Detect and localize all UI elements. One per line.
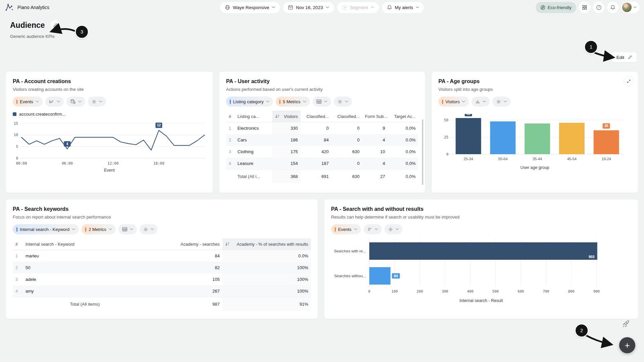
apps-grid-icon xyxy=(582,5,587,10)
pill-label: Events xyxy=(338,227,352,232)
add-widget-button[interactable]: + xyxy=(619,337,635,353)
table-cell: 0.0% xyxy=(388,158,418,170)
table-cell: 2 xyxy=(13,262,23,274)
table-cell: 9 xyxy=(362,122,388,134)
column-header[interactable]: Listing ca... xyxy=(235,111,272,122)
gear-icon xyxy=(496,99,501,104)
page-title: Audience xyxy=(10,21,45,30)
user-menu[interactable] xyxy=(621,2,639,13)
table-cell: 1 xyxy=(13,250,23,262)
svg-text:35: 35 xyxy=(604,124,608,128)
gear-icon xyxy=(92,99,97,104)
svg-text:55-64: 55-64 xyxy=(498,157,507,161)
chart-type-pill[interactable] xyxy=(118,224,137,234)
chevron-down-icon xyxy=(375,228,378,230)
chevron-down-icon xyxy=(345,101,348,103)
column-header[interactable]: Classified... xyxy=(301,111,331,122)
topbar: Piano Analytics Waye Responsive Nov 16, … xyxy=(0,0,644,15)
table-row: 25082100% xyxy=(13,262,311,274)
eco-friendly-badge[interactable]: Eco-friendly xyxy=(536,2,576,13)
svg-text:84: 84 xyxy=(394,274,398,278)
notifications-button[interactable] xyxy=(607,2,619,13)
pill-label: 5 Metrics xyxy=(283,99,301,104)
assistant-rocket-button[interactable] xyxy=(622,319,632,329)
chart-type-pill[interactable] xyxy=(313,97,331,107)
date-picker[interactable]: Nov 16, 2023 xyxy=(283,2,334,13)
gear-icon xyxy=(143,227,148,232)
settings-pill[interactable] xyxy=(384,224,402,234)
accent-bar xyxy=(16,100,17,104)
table-cell: 4 xyxy=(226,158,235,170)
x-axis-title: Internal search - Result xyxy=(331,298,631,303)
annotation-circle-3: 3 xyxy=(76,26,88,38)
edit-title-button[interactable] xyxy=(50,20,60,30)
settings-pill[interactable] xyxy=(88,97,106,107)
column-header[interactable]: Classified... xyxy=(331,111,362,122)
site-selector-label: Waye Responsive xyxy=(233,5,269,10)
dimension-pill-listing-category[interactable]: Listing category xyxy=(226,97,273,107)
avatar xyxy=(622,3,632,12)
data-period-pill[interactable] xyxy=(66,97,85,107)
accent-bar xyxy=(230,100,231,104)
table-cell: 267 xyxy=(147,285,222,297)
segment-selector[interactable]: Segment xyxy=(337,2,379,13)
dimension-pill-events[interactable]: Events xyxy=(13,97,43,107)
search-results-bar-chart: 0100200300400500600700800900Searches wit… xyxy=(331,238,631,297)
gear-icon xyxy=(337,99,342,104)
settings-pill[interactable] xyxy=(140,224,158,234)
data-table: #Listing ca...VisitorsClassified...Class… xyxy=(226,111,418,183)
expand-icon xyxy=(627,79,631,83)
card-age-groups: PA - Age groups Visitors split into age … xyxy=(432,72,638,193)
line-chart-icon xyxy=(49,99,54,104)
column-header-sorted[interactable]: Academy - % of searches with results xyxy=(222,238,311,250)
my-alerts-button[interactable]: My alerts xyxy=(382,2,424,13)
table-cell xyxy=(13,297,23,311)
column-header-sorted[interactable]: Visitors xyxy=(272,111,301,122)
data-table: #Internal search - KeywordAcademy - sear… xyxy=(13,238,311,311)
piano-analytics-logo[interactable] xyxy=(5,3,13,12)
eco-friendly-label: Eco-friendly xyxy=(548,5,572,10)
expand-button[interactable] xyxy=(624,76,634,86)
column-header[interactable]: Form Sub... xyxy=(362,111,388,122)
table-cell: 0.0% xyxy=(388,146,418,158)
column-header[interactable]: # xyxy=(13,238,23,250)
chart-type-pill[interactable] xyxy=(472,97,490,107)
settings-pill[interactable] xyxy=(492,97,511,107)
table-scrollbar[interactable] xyxy=(422,119,423,185)
table-cell: 100% xyxy=(222,274,311,285)
sort-descending-icon xyxy=(225,242,230,246)
metrics-pill[interactable]: 2 Metrics xyxy=(82,224,116,234)
chevron-down-icon xyxy=(109,228,112,230)
bell-icon xyxy=(610,5,615,10)
dimension-pill-events[interactable]: Events xyxy=(331,224,361,234)
legend-swatch xyxy=(13,112,16,116)
site-selector[interactable]: Waye Responsive xyxy=(220,2,280,13)
table-cell: 154 xyxy=(272,158,301,170)
table-cell: 0 xyxy=(331,134,362,146)
metric-pill-visitors[interactable]: Visitors xyxy=(438,97,469,107)
table-row: 3adele105100% xyxy=(13,274,311,285)
chevron-down-icon xyxy=(326,6,329,8)
svg-text:Searches withou...: Searches withou... xyxy=(334,274,366,278)
dimension-pill-internal-search-keyword[interactable]: Internal search - Keyword xyxy=(13,224,79,234)
column-header[interactable]: Internal search - Keyword xyxy=(23,238,147,250)
table-cell: 0 xyxy=(331,122,362,134)
chart-type-pill[interactable] xyxy=(45,97,64,107)
apps-grid-button[interactable] xyxy=(579,2,590,13)
help-button[interactable]: ? xyxy=(593,2,604,13)
question-icon: ? xyxy=(596,5,602,10)
leaf-icon xyxy=(540,5,545,10)
table-cell: 0.0% xyxy=(388,122,418,134)
column-header[interactable]: Target Ac... xyxy=(388,111,418,122)
chart-type-pill[interactable] xyxy=(364,224,382,234)
card-title: PA - Age groups xyxy=(438,78,631,84)
edit-dashboard-button[interactable]: Edit xyxy=(612,52,637,62)
metrics-pill[interactable]: 5 Metrics xyxy=(276,97,310,107)
column-header[interactable]: Academy - searches xyxy=(147,238,222,250)
table-cell: 4 xyxy=(362,134,388,146)
table-row: 3Clothing175420630100.0% xyxy=(226,146,418,158)
column-header[interactable]: # xyxy=(226,111,235,122)
svg-text:903: 903 xyxy=(589,255,595,259)
chevron-down-icon xyxy=(151,228,154,230)
settings-pill[interactable] xyxy=(334,97,352,107)
